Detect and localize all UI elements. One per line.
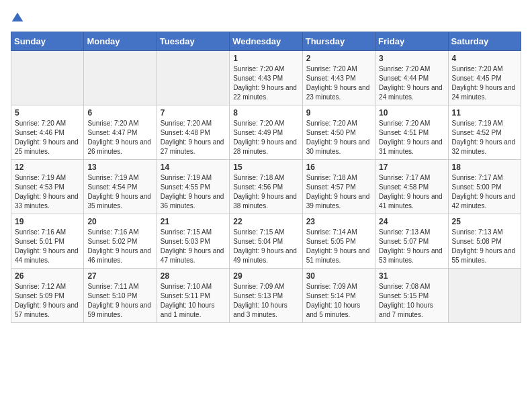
- day-number: 10: [379, 108, 444, 118]
- day-info: Sunrise: 7:09 AMSunset: 5:14 PMDaylight:…: [306, 282, 371, 320]
- day-number: 16: [306, 163, 371, 172]
- column-header-sunday: Sunday: [11, 32, 84, 51]
- calendar-cell: 27Sunrise: 7:11 AMSunset: 5:10 PMDayligh…: [84, 269, 157, 323]
- calendar-cell: 23Sunrise: 7:14 AMSunset: 5:05 PMDayligh…: [302, 214, 375, 269]
- calendar-cell: 21Sunrise: 7:15 AMSunset: 5:03 PMDayligh…: [157, 214, 229, 269]
- day-info: Sunrise: 7:15 AMSunset: 5:03 PMDaylight:…: [161, 228, 226, 265]
- calendar-week-row: 19Sunrise: 7:16 AMSunset: 5:01 PMDayligh…: [11, 214, 521, 269]
- day-number: 17: [379, 163, 444, 172]
- calendar-cell: 16Sunrise: 7:18 AMSunset: 4:57 PMDayligh…: [302, 160, 375, 214]
- calendar-cell: 8Sunrise: 7:20 AMSunset: 4:49 PMDaylight…: [230, 105, 302, 160]
- calendar-cell: 13Sunrise: 7:19 AMSunset: 4:54 PMDayligh…: [84, 160, 157, 214]
- calendar-cell: [157, 51, 229, 105]
- day-number: 25: [452, 217, 517, 226]
- day-info: Sunrise: 7:20 AMSunset: 4:50 PMDaylight:…: [306, 119, 371, 156]
- calendar-cell: 26Sunrise: 7:12 AMSunset: 5:09 PMDayligh…: [11, 269, 84, 323]
- calendar-cell: 22Sunrise: 7:15 AMSunset: 5:04 PMDayligh…: [230, 214, 302, 269]
- calendar-cell: 1Sunrise: 7:20 AMSunset: 4:43 PMDaylight…: [230, 51, 302, 105]
- day-info: Sunrise: 7:17 AMSunset: 5:00 PMDaylight:…: [452, 173, 517, 211]
- day-number: 22: [233, 217, 298, 226]
- day-number: 30: [306, 271, 371, 281]
- day-number: 20: [87, 217, 152, 226]
- day-info: Sunrise: 7:09 AMSunset: 5:13 PMDaylight:…: [233, 282, 298, 320]
- calendar-week-row: 12Sunrise: 7:19 AMSunset: 4:53 PMDayligh…: [11, 160, 521, 214]
- day-info: Sunrise: 7:19 AMSunset: 4:55 PMDaylight:…: [161, 173, 226, 211]
- calendar-cell: 31Sunrise: 7:08 AMSunset: 5:15 PMDayligh…: [375, 269, 448, 323]
- calendar-cell: 29Sunrise: 7:09 AMSunset: 5:13 PMDayligh…: [230, 269, 302, 323]
- column-header-thursday: Thursday: [302, 32, 375, 51]
- day-info: Sunrise: 7:12 AMSunset: 5:09 PMDaylight:…: [15, 282, 80, 320]
- day-number: 13: [87, 163, 152, 172]
- day-number: 15: [233, 163, 298, 172]
- calendar-cell: 19Sunrise: 7:16 AMSunset: 5:01 PMDayligh…: [11, 214, 84, 269]
- calendar-cell: 14Sunrise: 7:19 AMSunset: 4:55 PMDayligh…: [157, 160, 229, 214]
- day-info: Sunrise: 7:11 AMSunset: 5:10 PMDaylight:…: [87, 282, 152, 320]
- calendar-cell: [448, 269, 521, 323]
- day-number: 2: [306, 54, 371, 63]
- day-info: Sunrise: 7:08 AMSunset: 5:15 PMDaylight:…: [379, 282, 444, 320]
- day-info: Sunrise: 7:15 AMSunset: 5:04 PMDaylight:…: [233, 228, 298, 265]
- calendar-header-row: SundayMondayTuesdayWednesdayThursdayFrid…: [11, 32, 521, 51]
- day-number: 23: [306, 217, 371, 226]
- calendar-cell: 28Sunrise: 7:10 AMSunset: 5:11 PMDayligh…: [157, 269, 229, 323]
- day-number: 27: [87, 271, 152, 281]
- calendar-week-row: 26Sunrise: 7:12 AMSunset: 5:09 PMDayligh…: [11, 269, 521, 323]
- day-number: 18: [452, 163, 517, 172]
- calendar-cell: 17Sunrise: 7:17 AMSunset: 4:58 PMDayligh…: [375, 160, 448, 214]
- day-info: Sunrise: 7:17 AMSunset: 4:58 PMDaylight:…: [379, 173, 444, 211]
- day-info: Sunrise: 7:10 AMSunset: 5:11 PMDaylight:…: [161, 282, 226, 320]
- day-number: 31: [379, 271, 444, 281]
- calendar-cell: 3Sunrise: 7:20 AMSunset: 4:44 PMDaylight…: [375, 51, 448, 105]
- day-info: Sunrise: 7:20 AMSunset: 4:49 PMDaylight:…: [233, 119, 298, 156]
- day-info: Sunrise: 7:19 AMSunset: 4:54 PMDaylight:…: [87, 173, 152, 211]
- calendar-table: SundayMondayTuesdayWednesdayThursdayFrid…: [11, 32, 521, 323]
- calendar-cell: 30Sunrise: 7:09 AMSunset: 5:14 PMDayligh…: [302, 269, 375, 323]
- calendar-cell: 20Sunrise: 7:16 AMSunset: 5:02 PMDayligh…: [84, 214, 157, 269]
- calendar-cell: 12Sunrise: 7:19 AMSunset: 4:53 PMDayligh…: [11, 160, 84, 214]
- day-number: 12: [15, 163, 80, 172]
- day-info: Sunrise: 7:20 AMSunset: 4:44 PMDaylight:…: [379, 64, 444, 102]
- day-number: 11: [452, 108, 517, 118]
- day-number: 9: [306, 108, 371, 118]
- calendar-cell: 4Sunrise: 7:20 AMSunset: 4:45 PMDaylight…: [448, 51, 521, 105]
- day-info: Sunrise: 7:20 AMSunset: 4:47 PMDaylight:…: [87, 119, 152, 156]
- day-info: Sunrise: 7:20 AMSunset: 4:43 PMDaylight:…: [306, 64, 371, 102]
- day-info: Sunrise: 7:20 AMSunset: 4:46 PMDaylight:…: [15, 119, 80, 156]
- day-info: Sunrise: 7:16 AMSunset: 5:02 PMDaylight:…: [87, 228, 152, 265]
- day-info: Sunrise: 7:18 AMSunset: 4:56 PMDaylight:…: [233, 173, 298, 211]
- day-number: 29: [233, 271, 298, 281]
- column-header-wednesday: Wednesday: [230, 32, 302, 51]
- calendar-cell: 18Sunrise: 7:17 AMSunset: 5:00 PMDayligh…: [448, 160, 521, 214]
- day-info: Sunrise: 7:19 AMSunset: 4:53 PMDaylight:…: [15, 173, 80, 211]
- calendar-cell: 25Sunrise: 7:13 AMSunset: 5:08 PMDayligh…: [448, 214, 521, 269]
- day-number: 7: [161, 108, 226, 118]
- column-header-saturday: Saturday: [448, 32, 521, 51]
- day-number: 6: [87, 108, 152, 118]
- calendar-cell: [11, 51, 84, 105]
- calendar-cell: 9Sunrise: 7:20 AMSunset: 4:50 PMDaylight…: [302, 105, 375, 160]
- calendar-cell: 5Sunrise: 7:20 AMSunset: 4:46 PMDaylight…: [11, 105, 84, 160]
- day-info: Sunrise: 7:20 AMSunset: 4:51 PMDaylight:…: [379, 119, 444, 156]
- day-info: Sunrise: 7:16 AMSunset: 5:01 PMDaylight:…: [15, 228, 80, 265]
- day-number: 19: [15, 217, 80, 226]
- calendar-cell: 2Sunrise: 7:20 AMSunset: 4:43 PMDaylight…: [302, 51, 375, 105]
- column-header-monday: Monday: [84, 32, 157, 51]
- day-number: 5: [15, 108, 80, 118]
- svg-marker-0: [12, 12, 24, 21]
- calendar-week-row: 1Sunrise: 7:20 AMSunset: 4:43 PMDaylight…: [11, 51, 521, 105]
- day-number: 8: [233, 108, 298, 118]
- page-header: [11, 11, 521, 25]
- column-header-tuesday: Tuesday: [157, 32, 229, 51]
- logo-icon: [11, 11, 24, 25]
- day-number: 4: [452, 54, 517, 63]
- calendar-week-row: 5Sunrise: 7:20 AMSunset: 4:46 PMDaylight…: [11, 105, 521, 160]
- calendar-cell: [84, 51, 157, 105]
- calendar-cell: 11Sunrise: 7:19 AMSunset: 4:52 PMDayligh…: [448, 105, 521, 160]
- calendar-cell: 10Sunrise: 7:20 AMSunset: 4:51 PMDayligh…: [375, 105, 448, 160]
- logo: [11, 11, 26, 25]
- day-number: 1: [233, 54, 298, 63]
- day-info: Sunrise: 7:13 AMSunset: 5:08 PMDaylight:…: [452, 228, 517, 265]
- day-number: 21: [161, 217, 226, 226]
- calendar-cell: 7Sunrise: 7:20 AMSunset: 4:48 PMDaylight…: [157, 105, 229, 160]
- day-number: 28: [161, 271, 226, 281]
